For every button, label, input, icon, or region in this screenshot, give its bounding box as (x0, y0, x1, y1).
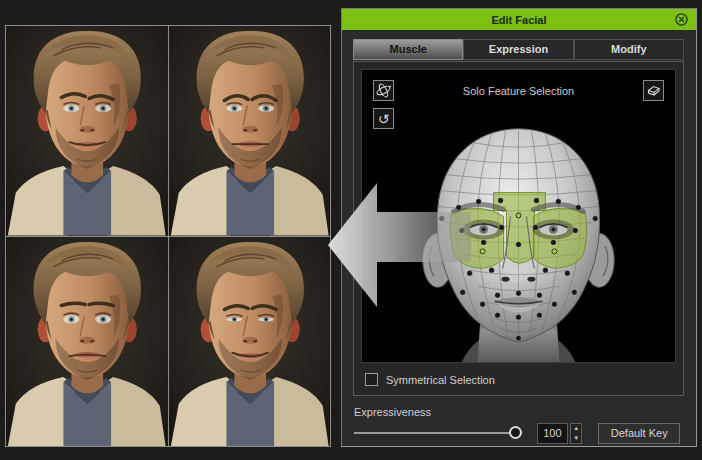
spinner-down-icon[interactable]: ▼ (571, 433, 582, 443)
tab-bar: Muscle Expression Modify (353, 39, 684, 60)
slider-track[interactable] (354, 432, 512, 434)
checkbox-label: Symmetrical Selection (386, 374, 495, 386)
edit-facial-panel: Edit Facial Muscle Expression Modify (341, 8, 697, 447)
expressiveness-value-input[interactable]: 100 (537, 423, 568, 444)
tab-expression[interactable]: Expression (463, 39, 573, 60)
symmetrical-selection-checkbox[interactable]: Symmetrical Selection (365, 373, 495, 386)
portrait-bottom-right (169, 237, 331, 447)
reset-rotation-icon[interactable]: ↺ (373, 108, 394, 129)
face-selection-viewport[interactable]: Solo Feature Selection ↺ (361, 69, 676, 363)
spinner-up-icon[interactable]: ▲ (571, 424, 582, 434)
portrait-render-slight-smile (6, 26, 168, 236)
close-icon[interactable] (674, 12, 689, 27)
orbit-rotate-icon[interactable] (373, 80, 394, 101)
expressiveness-slider[interactable] (354, 422, 522, 444)
muscle-tab-content: Solo Feature Selection ↺ (353, 61, 684, 396)
portrait-top-right (169, 26, 331, 236)
expressiveness-controls: 100 ▲ ▼ Default Key (354, 422, 680, 444)
portrait-top-left (6, 26, 168, 236)
portrait-render-concerned-raised-brows (6, 237, 168, 447)
app-window: Edit Facial Muscle Expression Modify (0, 0, 702, 460)
portrait-bottom-left (6, 237, 168, 447)
wireframe-head-canvas[interactable] (362, 70, 675, 362)
solo-selection-cube-icon[interactable] (643, 80, 664, 101)
panel-title: Edit Facial (491, 14, 546, 26)
viewport-caption: Solo Feature Selection (362, 85, 675, 97)
default-key-button[interactable]: Default Key (598, 423, 680, 444)
checkbox-box[interactable] (365, 373, 378, 386)
value-spinner: ▲ ▼ (570, 423, 583, 444)
tab-muscle[interactable]: Muscle (353, 39, 463, 60)
panel-title-bar[interactable]: Edit Facial (342, 9, 696, 30)
slider-handle[interactable] (509, 426, 522, 439)
expressiveness-label: Expressiveness (354, 406, 431, 418)
portrait-preview-grid (5, 25, 331, 447)
portrait-render-squint-smirk (169, 237, 331, 447)
tab-modify[interactable]: Modify (574, 39, 684, 60)
portrait-render-stern-frown (169, 26, 331, 236)
